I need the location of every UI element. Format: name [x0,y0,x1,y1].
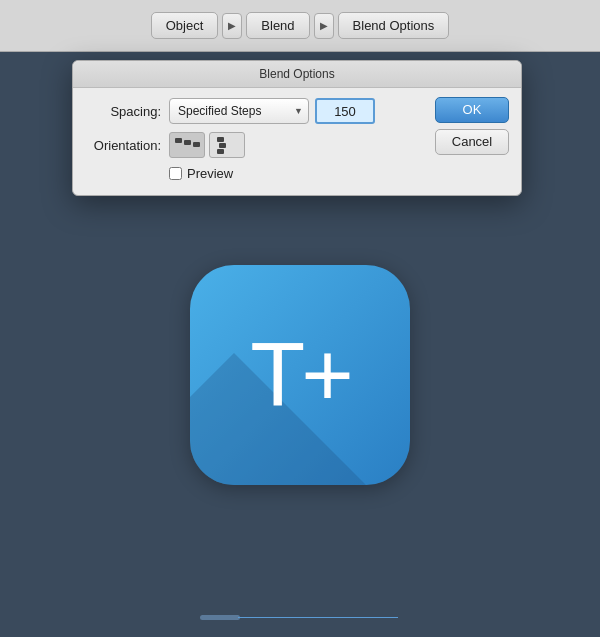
toolbar: Object ▶ Blend ▶ Blend Options [0,0,600,52]
dialog-buttons: OK Cancel [435,97,509,155]
blend-options-dialog: Blend Options Spacing: Smooth Color Spec… [72,60,522,196]
svg-rect-3 [217,137,224,142]
spacing-value-input[interactable] [315,98,375,124]
ok-button[interactable]: OK [435,97,509,123]
svg-rect-1 [184,140,191,145]
app-icon: T+ [190,265,410,485]
svg-rect-0 [175,138,182,143]
dialog-title: Blend Options [73,61,521,88]
object-btn[interactable]: Object [151,12,219,39]
svg-rect-2 [193,142,200,147]
app-icon-text: T+ [250,330,350,420]
arrow2[interactable]: ▶ [314,13,334,39]
blend-options-btn[interactable]: Blend Options [338,12,450,39]
svg-rect-5 [217,149,224,154]
scrollbar-line [238,617,398,618]
svg-rect-4 [219,143,226,148]
preview-checkbox[interactable] [169,167,182,180]
scrollbar-track[interactable] [200,615,400,621]
orientation-btn-1[interactable] [169,132,205,158]
preview-label: Preview [187,166,233,181]
cancel-button[interactable]: Cancel [435,129,509,155]
orientation-label: Orientation: [89,138,169,153]
spacing-select-wrapper: Smooth Color Specified Steps Specified D… [169,98,309,124]
preview-row: Preview [169,166,505,181]
dialog-body: Spacing: Smooth Color Specified Steps Sp… [73,88,521,195]
scrollbar-thumb[interactable] [200,615,240,620]
arrow1[interactable]: ▶ [222,13,242,39]
orientation-icon-2 [213,135,241,155]
spacing-label: Spacing: [89,104,169,119]
blend-btn[interactable]: Blend [246,12,309,39]
orientation-btn-2[interactable] [209,132,245,158]
spacing-select[interactable]: Smooth Color Specified Steps Specified D… [169,98,309,124]
orientation-icon-1 [173,135,201,155]
